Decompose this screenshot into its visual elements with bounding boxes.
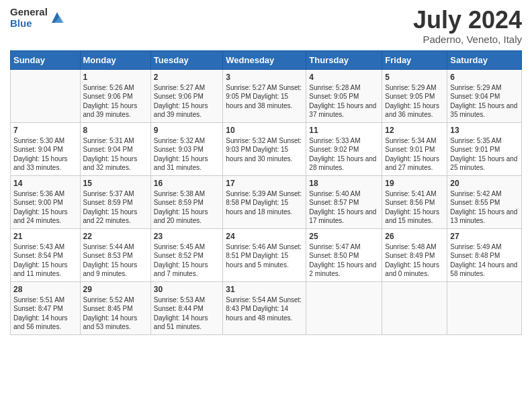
day-cell: 12Sunrise: 5:34 AM Sunset: 9:01 PM Dayli…: [382, 122, 447, 175]
day-number: 11: [309, 126, 379, 135]
day-info: Sunrise: 5:34 AM Sunset: 9:01 PM Dayligh…: [385, 136, 444, 173]
day-cell: 8Sunrise: 5:31 AM Sunset: 9:04 PM Daylig…: [80, 122, 150, 175]
day-info: Sunrise: 5:28 AM Sunset: 9:05 PM Dayligh…: [309, 83, 379, 120]
day-number: 3: [226, 73, 303, 82]
day-cell: 7Sunrise: 5:30 AM Sunset: 9:04 PM Daylig…: [11, 122, 81, 175]
day-info: Sunrise: 5:27 AM Sunset: 9:06 PM Dayligh…: [154, 83, 220, 120]
day-number: 13: [450, 126, 519, 135]
header: General Blue July 2024 Paderno, Veneto, …: [10, 7, 522, 45]
day-cell: 16Sunrise: 5:38 AM Sunset: 8:59 PM Dayli…: [150, 175, 222, 228]
day-cell: 5Sunrise: 5:29 AM Sunset: 9:05 PM Daylig…: [382, 69, 447, 122]
subtitle: Paderno, Veneto, Italy: [413, 34, 522, 45]
day-info: Sunrise: 5:40 AM Sunset: 8:57 PM Dayligh…: [309, 189, 379, 226]
day-number: 1: [83, 73, 148, 82]
day-number: 10: [226, 126, 303, 135]
header-cell-sunday: Sunday: [11, 50, 81, 69]
day-cell: 25Sunrise: 5:47 AM Sunset: 8:50 PM Dayli…: [306, 228, 382, 281]
day-number: 30: [154, 285, 220, 294]
day-cell: [447, 281, 522, 334]
day-cell: 30Sunrise: 5:53 AM Sunset: 8:44 PM Dayli…: [150, 281, 222, 334]
calendar-table: SundayMondayTuesdayWednesdayThursdayFrid…: [10, 50, 522, 335]
logo-icon: [50, 11, 64, 26]
day-number: 27: [450, 232, 519, 241]
day-cell: [11, 69, 81, 122]
day-number: 23: [154, 232, 220, 241]
day-number: 12: [385, 126, 444, 135]
day-number: 29: [83, 285, 148, 294]
day-info: Sunrise: 5:48 AM Sunset: 8:49 PM Dayligh…: [385, 242, 444, 279]
day-cell: 6Sunrise: 5:29 AM Sunset: 9:04 PM Daylig…: [447, 69, 522, 122]
day-number: 20: [450, 179, 519, 188]
day-info: Sunrise: 5:35 AM Sunset: 9:01 PM Dayligh…: [450, 136, 519, 173]
day-cell: 4Sunrise: 5:28 AM Sunset: 9:05 PM Daylig…: [306, 69, 382, 122]
day-cell: 28Sunrise: 5:51 AM Sunset: 8:47 PM Dayli…: [11, 281, 81, 334]
calendar-header: SundayMondayTuesdayWednesdayThursdayFrid…: [11, 50, 522, 69]
day-info: Sunrise: 5:53 AM Sunset: 8:44 PM Dayligh…: [154, 295, 220, 332]
week-row-1: 1Sunrise: 5:26 AM Sunset: 9:06 PM Daylig…: [11, 69, 522, 122]
day-info: Sunrise: 5:41 AM Sunset: 8:56 PM Dayligh…: [385, 189, 444, 226]
day-info: Sunrise: 5:47 AM Sunset: 8:50 PM Dayligh…: [309, 242, 379, 279]
day-info: Sunrise: 5:29 AM Sunset: 9:05 PM Dayligh…: [385, 83, 444, 120]
day-cell: 23Sunrise: 5:45 AM Sunset: 8:52 PM Dayli…: [150, 228, 222, 281]
day-number: 17: [226, 179, 303, 188]
day-cell: 10Sunrise: 5:32 AM Sunset: 9:03 PM Dayli…: [223, 122, 306, 175]
logo-text: General Blue: [10, 7, 48, 29]
day-info: Sunrise: 5:27 AM Sunset: 9:05 PM Dayligh…: [226, 83, 303, 111]
day-info: Sunrise: 5:37 AM Sunset: 8:59 PM Dayligh…: [83, 189, 148, 226]
day-info: Sunrise: 5:44 AM Sunset: 8:53 PM Dayligh…: [83, 242, 148, 279]
day-cell: 21Sunrise: 5:43 AM Sunset: 8:54 PM Dayli…: [11, 228, 81, 281]
day-cell: 14Sunrise: 5:36 AM Sunset: 9:00 PM Dayli…: [11, 175, 81, 228]
day-cell: 20Sunrise: 5:42 AM Sunset: 8:55 PM Dayli…: [447, 175, 522, 228]
day-cell: 26Sunrise: 5:48 AM Sunset: 8:49 PM Dayli…: [382, 228, 447, 281]
day-number: 26: [385, 232, 444, 241]
day-cell: 2Sunrise: 5:27 AM Sunset: 9:06 PM Daylig…: [150, 69, 222, 122]
day-number: 16: [154, 179, 220, 188]
day-cell: 17Sunrise: 5:39 AM Sunset: 8:58 PM Dayli…: [223, 175, 306, 228]
day-number: 2: [154, 73, 220, 82]
day-info: Sunrise: 5:42 AM Sunset: 8:55 PM Dayligh…: [450, 189, 519, 226]
day-number: 9: [154, 126, 220, 135]
day-cell: 27Sunrise: 5:49 AM Sunset: 8:48 PM Dayli…: [447, 228, 522, 281]
day-info: Sunrise: 5:46 AM Sunset: 8:51 PM Dayligh…: [226, 242, 303, 270]
header-cell-friday: Friday: [382, 50, 447, 69]
day-number: 19: [385, 179, 444, 188]
day-cell: [382, 281, 447, 334]
day-info: Sunrise: 5:54 AM Sunset: 8:43 PM Dayligh…: [226, 295, 303, 323]
day-number: 28: [13, 285, 77, 294]
day-info: Sunrise: 5:43 AM Sunset: 8:54 PM Dayligh…: [13, 242, 77, 279]
day-cell: 31Sunrise: 5:54 AM Sunset: 8:43 PM Dayli…: [223, 281, 306, 334]
week-row-3: 14Sunrise: 5:36 AM Sunset: 9:00 PM Dayli…: [11, 175, 522, 228]
title-area: July 2024 Paderno, Veneto, Italy: [413, 7, 522, 45]
day-cell: 3Sunrise: 5:27 AM Sunset: 9:05 PM Daylig…: [223, 69, 306, 122]
day-number: 18: [309, 179, 379, 188]
day-number: 22: [83, 232, 148, 241]
day-cell: [306, 281, 382, 334]
week-row-5: 28Sunrise: 5:51 AM Sunset: 8:47 PM Dayli…: [11, 281, 522, 334]
day-cell: 29Sunrise: 5:52 AM Sunset: 8:45 PM Dayli…: [80, 281, 150, 334]
day-cell: 19Sunrise: 5:41 AM Sunset: 8:56 PM Dayli…: [382, 175, 447, 228]
header-cell-saturday: Saturday: [447, 50, 522, 69]
header-cell-monday: Monday: [80, 50, 150, 69]
day-number: 25: [309, 232, 379, 241]
week-row-4: 21Sunrise: 5:43 AM Sunset: 8:54 PM Dayli…: [11, 228, 522, 281]
day-info: Sunrise: 5:38 AM Sunset: 8:59 PM Dayligh…: [154, 189, 220, 226]
day-cell: 11Sunrise: 5:33 AM Sunset: 9:02 PM Dayli…: [306, 122, 382, 175]
day-cell: 22Sunrise: 5:44 AM Sunset: 8:53 PM Dayli…: [80, 228, 150, 281]
logo-general: General: [10, 7, 48, 18]
calendar-body: 1Sunrise: 5:26 AM Sunset: 9:06 PM Daylig…: [11, 69, 522, 334]
day-info: Sunrise: 5:29 AM Sunset: 9:04 PM Dayligh…: [450, 83, 519, 120]
day-info: Sunrise: 5:32 AM Sunset: 9:03 PM Dayligh…: [154, 136, 220, 173]
day-cell: 9Sunrise: 5:32 AM Sunset: 9:03 PM Daylig…: [150, 122, 222, 175]
day-info: Sunrise: 5:51 AM Sunset: 8:47 PM Dayligh…: [13, 295, 77, 332]
day-info: Sunrise: 5:45 AM Sunset: 8:52 PM Dayligh…: [154, 242, 220, 279]
day-number: 4: [309, 73, 379, 82]
header-cell-wednesday: Wednesday: [223, 50, 306, 69]
day-info: Sunrise: 5:32 AM Sunset: 9:03 PM Dayligh…: [226, 136, 303, 164]
day-cell: 1Sunrise: 5:26 AM Sunset: 9:06 PM Daylig…: [80, 69, 150, 122]
day-number: 7: [13, 126, 77, 135]
day-number: 21: [13, 232, 77, 241]
week-row-2: 7Sunrise: 5:30 AM Sunset: 9:04 PM Daylig…: [11, 122, 522, 175]
day-info: Sunrise: 5:52 AM Sunset: 8:45 PM Dayligh…: [83, 295, 148, 332]
day-number: 24: [226, 232, 303, 241]
day-number: 5: [385, 73, 444, 82]
